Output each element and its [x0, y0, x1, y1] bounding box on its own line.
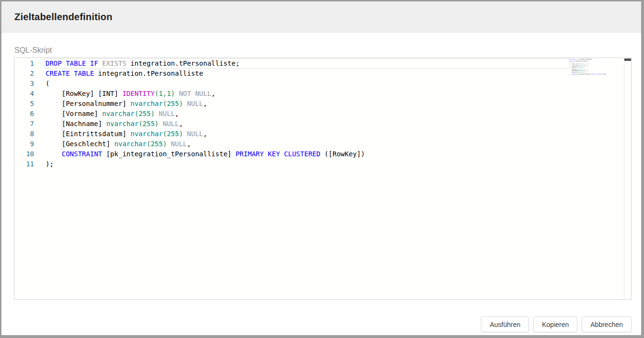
code-token: PRIMARY KEY CLUSTERED: [235, 150, 320, 158]
code-line[interactable]: DROP TABLE IF EXISTS integration.tPerson…: [46, 58, 365, 69]
code-token: DROP TABLE IF: [46, 59, 102, 67]
code-token: ,: [211, 90, 215, 97]
line-number: 5: [14, 99, 34, 109]
code-token: ,: [187, 140, 191, 148]
code-token: integration.tPersonalliste: [575, 60, 588, 62]
code-line[interactable]: (: [46, 79, 365, 89]
code-line[interactable]: [Geschlecht] nvarchar(255) NULL,: [46, 139, 365, 149]
code-line[interactable]: [Personalnummer] nvarchar(255) NULL,: [46, 99, 365, 109]
execute-button[interactable]: Ausführen: [481, 316, 529, 332]
code-token: nvarchar: [580, 65, 584, 67]
code-token: nvarchar: [580, 70, 584, 71]
code-line[interactable]: [RowKey] [INT] IDENTITY(1,1) NOT NULL,: [46, 89, 365, 99]
code-token: [pk_integration_tPersonalliste]: [102, 150, 235, 158]
line-number-gutter: 1234567891011: [14, 58, 34, 169]
indent-guide: [62, 89, 62, 159]
sql-script-label: SQL-Skript: [14, 46, 641, 55]
code-token: CONSTRAINT: [572, 73, 576, 75]
code-token: nvarchar: [578, 71, 582, 73]
code-token: ,: [203, 100, 207, 107]
code-line[interactable]: );: [570, 75, 576, 76]
code-token: IDENTITY: [579, 63, 583, 65]
code-token: integration.tPersonalliste;: [127, 59, 240, 67]
code-token: );: [570, 75, 571, 76]
code-line[interactable]: );: [46, 159, 365, 169]
code-token: NULL: [187, 130, 203, 138]
copy-button[interactable]: Kopieren: [533, 316, 577, 332]
code-token: nvarchar: [106, 120, 138, 128]
code-token: nvarchar: [102, 110, 134, 117]
code-token: (: [46, 80, 49, 87]
line-number: 2: [14, 69, 34, 79]
overview-ruler-cursor-marker: [624, 58, 631, 61]
code-token: EXISTS: [102, 59, 127, 67]
code-token: NOT NULL: [585, 63, 589, 65]
code-token: PRIMARY KEY CLUSTERED: [592, 73, 602, 75]
line-number: 11: [14, 159, 34, 169]
code-token: ,: [586, 71, 586, 73]
line-number: 8: [14, 129, 34, 139]
code-line[interactable]: [Nachname] nvarchar(255) NULL,: [46, 119, 365, 129]
code-line[interactable]: CREATE TABLE integration.tPersonalliste: [570, 60, 576, 61]
cancel-button[interactable]: Abbrechen: [582, 316, 632, 332]
code-token: [Geschlecht]: [46, 140, 114, 148]
code-token: [183, 130, 187, 138]
dialog-title: Zieltabellendefinition: [14, 12, 112, 23]
code-token: nvarchar: [577, 68, 581, 70]
line-number: 6: [14, 109, 34, 119]
code-token: [Eintrittsdatum]: [46, 130, 130, 138]
vertical-scrollbar[interactable]: [624, 58, 631, 299]
dialog-header: Zieltabellendefinition: [1, 1, 641, 33]
code-token: integration.tPersonalliste;: [579, 58, 592, 60]
code-token: CREATE TABLE: [46, 70, 94, 77]
code-token: (255): [147, 140, 167, 148]
code-token: nvarchar: [130, 100, 163, 107]
code-token: ,: [179, 120, 183, 128]
code-token: ([RowKey]): [601, 73, 607, 75]
code-token: nvarchar: [114, 140, 146, 148]
line-number: 4: [14, 89, 34, 99]
sql-code-editor[interactable]: 1234567891011 DROP TABLE IF EXISTS integ…: [14, 58, 632, 300]
code-line[interactable]: [Vorname] nvarchar(255) NULL,: [46, 109, 365, 119]
line-number: 3: [14, 79, 34, 89]
code-token: );: [46, 160, 54, 168]
code-token: (255): [163, 130, 183, 138]
code-token: (255): [163, 100, 183, 107]
code-token: [pk_integration_tPersonalliste]: [576, 73, 592, 75]
code-token: CONSTRAINT: [62, 150, 102, 158]
minimap[interactable]: DROP TABLE IF EXISTS integration.tPerson…: [570, 58, 623, 299]
code-token: [RowKey] [INT]: [46, 90, 122, 97]
code-token: NULL: [187, 100, 203, 107]
code-token: [Nachname]: [46, 120, 106, 128]
code-token: [175, 90, 179, 97]
code-token: ,: [585, 68, 585, 70]
code-token: ,: [588, 70, 588, 71]
code-token: [183, 100, 187, 107]
code-token: (255): [139, 120, 159, 128]
code-token: (255): [134, 110, 154, 117]
line-number: 10: [14, 149, 34, 159]
code-token: ,: [585, 67, 585, 68]
code-token: [46, 150, 62, 158]
code-line[interactable]: CONSTRAINT [pk_integration_tPersonallist…: [46, 149, 365, 159]
line-number: 7: [14, 119, 34, 129]
code-token: integration.tPersonalliste: [94, 70, 203, 77]
code-token: NULL: [171, 140, 187, 148]
code-token: nvarchar: [576, 67, 580, 68]
code-token: CREATE TABLE: [570, 60, 575, 62]
minimap-content: DROP TABLE IF EXISTS integration.tPerson…: [570, 58, 576, 76]
code-line[interactable]: [Eintrittsdatum] nvarchar(255) NULL,: [46, 129, 365, 139]
code-token: [Personalnummer]: [46, 100, 130, 107]
code-token: NULL: [163, 120, 179, 128]
code-token: ,: [589, 63, 589, 65]
code-token: ,: [175, 110, 179, 117]
code-line[interactable]: CREATE TABLE integration.tPersonalliste: [46, 69, 365, 79]
code-token: nvarchar: [130, 130, 163, 138]
code-token: (1,1): [155, 90, 175, 97]
dialog-zieltabellendefinition: Zieltabellendefinition SQL-Skript 123456…: [0, 0, 644, 338]
code-token: [Vorname]: [46, 110, 102, 117]
dialog-actions: Ausführen Kopieren Abbrechen: [481, 316, 632, 332]
line-number: 1: [14, 58, 34, 69]
code-token: NOT NULL: [179, 90, 211, 97]
code-content[interactable]: DROP TABLE IF EXISTS integration.tPerson…: [46, 58, 365, 169]
